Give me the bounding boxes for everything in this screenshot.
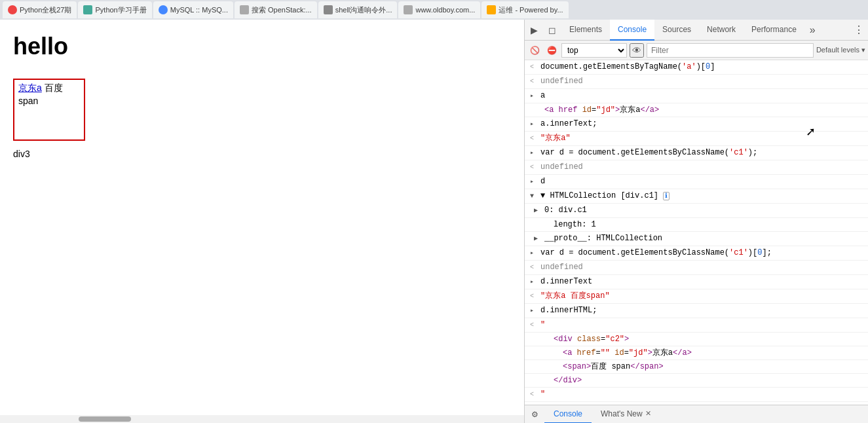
console-line: < "京东a"	[525, 132, 868, 146]
tab-sources[interactable]: Sources	[654, 20, 699, 41]
tab-console[interactable]: Console	[610, 20, 654, 41]
filter-input[interactable]	[647, 43, 814, 58]
line-text: 0: div.c1	[544, 204, 865, 216]
line-text: <a href id="jd">京东a</a>	[544, 104, 865, 116]
console-line: ▶ __proto__: HTMLCollection	[525, 232, 868, 246]
line-text: __proto__: HTMLCollection	[544, 232, 865, 244]
block-icon[interactable]: ⛔	[544, 43, 559, 58]
expand-icon[interactable]: ▸	[530, 305, 539, 317]
bottom-tab-whatsnew[interactable]: What's New ✕	[592, 405, 660, 424]
expand-icon: <	[530, 291, 539, 303]
console-line: <a href="" id="jd">京东a</a>	[525, 346, 868, 360]
expand-icon[interactable]: ▸	[530, 248, 539, 259]
context-selector[interactable]: top	[561, 43, 627, 58]
console-line: < document.getElementsByTagName('a')[0]	[525, 60, 868, 75]
line-text: undefined	[540, 75, 865, 87]
line-text: <a href="" id="jd">京东a</a>	[563, 347, 865, 359]
console-toolbar: 🚫 ⛔ top 👁 Default levels ▾	[525, 41, 868, 60]
expand-icon: <	[530, 389, 539, 401]
line-text: a.innerText;	[540, 118, 865, 130]
tab-label: shell沟通响令外...	[335, 5, 392, 15]
console-line: < undefined	[525, 75, 868, 89]
bottom-tab-console[interactable]: Console	[544, 405, 592, 424]
tab-openstack[interactable]: 搜索 OpenStack:...	[235, 1, 317, 18]
tab-yunwei[interactable]: 运维 - Powered by...	[481, 1, 568, 18]
expand-icon[interactable]: ▸	[530, 176, 539, 188]
inspect-element-icon[interactable]: ▶	[525, 20, 543, 41]
line-text: "京东a"	[540, 132, 865, 144]
default-levels-dropdown[interactable]: Default levels ▾	[816, 46, 865, 54]
line-text: undefined	[540, 161, 865, 173]
div-c2-box: 京东a 百度 span	[13, 79, 85, 141]
settings-icon[interactable]: ⚙	[527, 407, 542, 422]
device-toolbar-icon[interactable]: ◻	[543, 20, 561, 41]
close-whatsnew-tab[interactable]: ✕	[645, 409, 651, 418]
line-text: <span>百度 span</span>	[563, 361, 865, 373]
tab-performance[interactable]: Performance	[744, 20, 804, 41]
line-text: d	[540, 175, 865, 187]
div3-label: div3	[0, 146, 524, 162]
console-line: length: 1	[525, 218, 868, 232]
console-line: ▸ a	[525, 89, 868, 103]
tab-shell[interactable]: shell沟通响令外...	[318, 1, 398, 18]
tab-label: 运维 - Powered by...	[499, 5, 563, 15]
favicon-shell	[324, 5, 333, 14]
expand-icon[interactable]: ▶	[534, 205, 543, 217]
console-line: ▸ var d = document.getElementsByClassNam…	[525, 246, 868, 261]
console-line: <a href id="jd">京东a</a>	[525, 103, 868, 117]
tab-label: Python学习手册	[95, 5, 146, 15]
tab-mysql[interactable]: MySQL :: MySQ...	[153, 1, 233, 18]
expand-icon[interactable]: ▼	[530, 191, 539, 202]
favicon-mysql	[159, 5, 168, 14]
console-line: ▼ ▼ HTMLCollection [div.c1] ℹ	[525, 189, 868, 204]
console-line: < "京东a 百度span"	[525, 289, 868, 304]
expand-icon: <	[530, 262, 539, 274]
favicon-python27	[8, 5, 17, 14]
span-text: span	[18, 96, 80, 106]
console-line: < undefined	[525, 261, 868, 275]
expand-icon[interactable]: ▶	[534, 233, 543, 245]
expand-icon: <	[530, 320, 539, 331]
baidu-text: 百度	[45, 83, 63, 94]
clear-console-icon[interactable]: 🚫	[527, 43, 542, 58]
line-text: ▼ HTMLCollection [div.c1] ℹ	[540, 190, 865, 202]
tab-network[interactable]: Network	[699, 20, 744, 41]
console-line: < "	[525, 318, 868, 333]
console-line: ▸ d.innerHTML;	[525, 304, 868, 318]
console-line: </div>	[525, 374, 868, 388]
eye-icon[interactable]: 👁	[630, 43, 644, 58]
jd-link[interactable]: 京东a	[18, 83, 42, 94]
expand-icon: <	[530, 162, 539, 174]
main-container: hello 京东a 百度 span div3 ▶ ◻ Elements Cons…	[0, 20, 868, 423]
tab-python27[interactable]: Python全栈27期	[3, 1, 77, 18]
devtools-top-toolbar: ▶ ◻ Elements Console Sources Network Per…	[525, 20, 868, 41]
browser-tabs-bar: Python全栈27期 Python学习手册 MySQL :: MySQ... …	[0, 0, 868, 20]
console-line: ▸ var d = document.getElementsByClassNam…	[525, 146, 868, 160]
scrollbar-thumb[interactable]	[79, 416, 131, 422]
line-text: <div class="c2">	[554, 333, 865, 345]
favicon-python-handbook	[83, 5, 92, 14]
horizontal-scrollbar[interactable]	[0, 415, 524, 423]
devtools-menu-button[interactable]: ⋮	[850, 20, 868, 41]
expand-icon[interactable]: ▸	[530, 147, 539, 159]
console-line: <div class="c2">	[525, 333, 868, 346]
expand-icon[interactable]: ▸	[530, 276, 539, 288]
line-text: length: 1	[554, 219, 865, 230]
favicon-openstack	[240, 5, 249, 14]
tab-label: MySQL :: MySQ...	[170, 6, 228, 14]
tab-python-handbook[interactable]: Python学习手册	[78, 1, 151, 18]
expand-icon[interactable]: ▸	[530, 90, 539, 102]
whatsnew-label: What's New	[601, 409, 643, 418]
console-output-area[interactable]: < document.getElementsByTagName('a')[0] …	[525, 60, 868, 405]
expand-icon: <	[530, 76, 539, 88]
expand-icon[interactable]: <	[530, 62, 539, 73]
tab-oldboy[interactable]: www.oldboy.com...	[398, 1, 480, 18]
line-text: d.innerHTML;	[540, 304, 865, 316]
more-tabs-button[interactable]: »	[804, 20, 821, 41]
console-line: < "	[525, 388, 868, 402]
tab-elements[interactable]: Elements	[561, 20, 610, 41]
line-text: var d = document.getElementsByClassName(…	[540, 147, 865, 158]
expand-icon[interactable]: ▸	[530, 119, 539, 130]
line-text: a	[540, 90, 865, 101]
favicon-oldboy	[404, 5, 413, 14]
